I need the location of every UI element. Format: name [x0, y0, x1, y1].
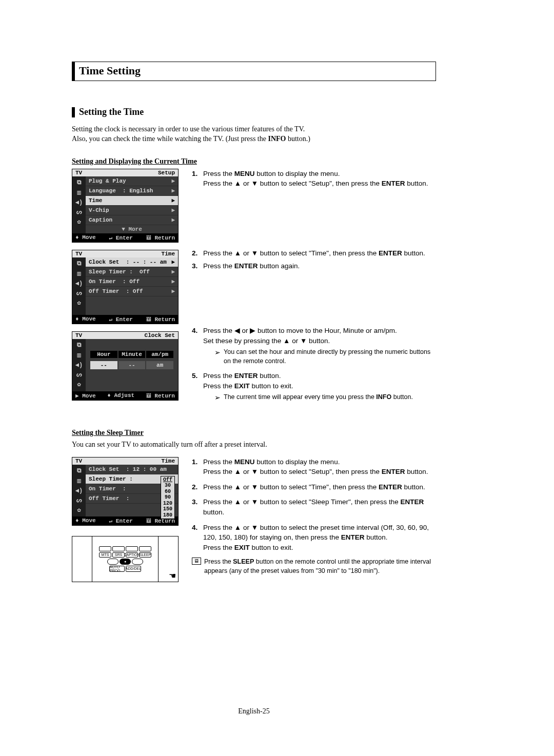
shortcut-tip: 🖥 Press the SLEEP button on the remote c… [192, 558, 436, 575]
gear-icon: ✿ [77, 505, 81, 515]
sound-icon: ◀) [75, 360, 83, 370]
osd-time: TVTime ⧉ ▥ ◀) ᔕ ✿ Clock Set : -- : -- am… [72, 250, 179, 324]
channel-icon: ᔕ [76, 288, 82, 298]
input-icon: ⧉ [77, 259, 82, 269]
page-title: Time Setting [79, 64, 430, 77]
subtitle-bar [72, 107, 75, 117]
gear-icon: ✿ [77, 380, 81, 389]
section-2-label: Setting the Sleep Timer [72, 429, 436, 437]
steps-section-1: 1. Press the MENU button to display the … [192, 169, 436, 189]
subtitle-row: Setting the Time [72, 107, 436, 117]
page-number: English-25 [72, 707, 436, 715]
channel-icon: ᔕ [76, 495, 82, 505]
steps-section-2: 1. Press the MENU button to display the … [192, 457, 436, 553]
osd-row-time-selected: Time▶ [86, 196, 178, 206]
title-box: Time Setting [72, 62, 436, 81]
input-icon: ⧉ [77, 466, 82, 476]
picture-icon: ▥ [77, 350, 81, 360]
sound-icon: ◀) [75, 278, 83, 288]
hand-icon: ☚ [169, 571, 176, 581]
section-1-label: Setting and Displaying the Current Time [72, 157, 436, 166]
channel-icon: ᔕ [76, 207, 82, 217]
gear-icon: ✿ [77, 217, 81, 227]
sound-icon: ◀) [75, 197, 83, 207]
picture-icon: ▥ [77, 476, 81, 486]
remote-shortcut-icon: 🖥 [192, 558, 201, 565]
gear-icon: ✿ [77, 298, 81, 308]
channel-icon: ᔕ [76, 370, 82, 380]
sound-icon: ◀) [75, 486, 83, 495]
osd-setup: TVSetup ⧉ ▥ ◀) ᔕ ✿ Plug & Play▶ Language… [72, 169, 179, 243]
remote-illustration: MTS SRS CAPTION SLEEP ● AUTO PROG. ADD/D… [72, 536, 179, 582]
sleep-options-popup: Off 3060 90120 150180 [161, 476, 175, 520]
picture-icon: ▥ [77, 188, 81, 197]
osd-clock-set: TVClock Set ⧉ ▥ ◀) ᔕ ✿ Hour Minute [72, 331, 179, 401]
picture-icon: ▥ [77, 269, 81, 278]
osd-sleep: TVTime ⧉ ▥ ◀) ᔕ ✿ Clock Set : 12 : 00 am… [72, 457, 179, 526]
intro-text: Setting the clock is necessary in order … [72, 125, 436, 144]
input-icon: ⧉ [77, 178, 82, 188]
osd-icon-col: ⧉ ▥ ◀) ᔕ ✿ [72, 176, 86, 233]
input-icon: ⧉ [77, 341, 82, 350]
subtitle: Setting the Time [79, 107, 144, 117]
sleep-intro: You can set your TV to automatically tur… [72, 440, 436, 450]
